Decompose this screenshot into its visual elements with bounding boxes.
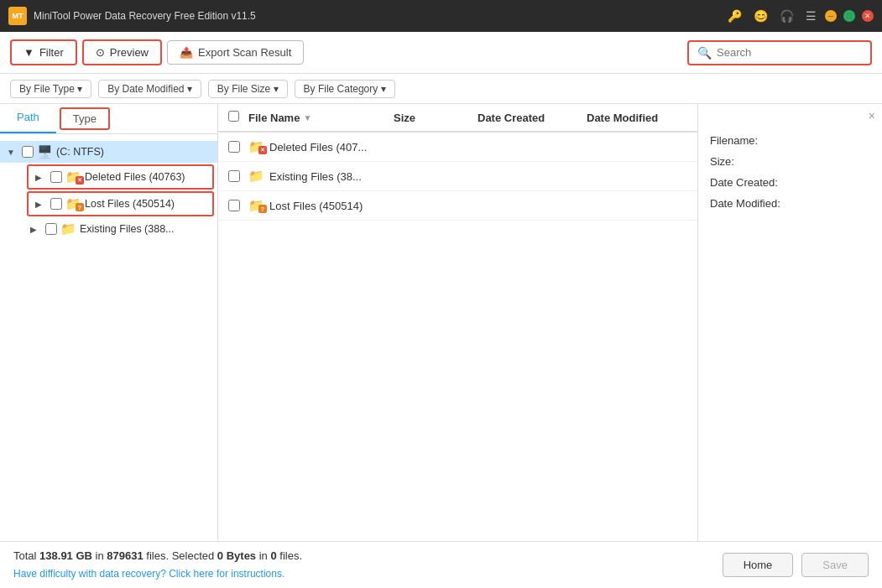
main-content: Path Type ▼ 🖥️ (C: NTFS) ▶ [0,104,882,541]
restore-button[interactable]: □ [843,10,855,22]
preview-icon: ⊙ [96,46,105,59]
col-header-size[interactable]: Size [394,112,478,124]
key-icon[interactable]: 🔑 [728,9,742,23]
headset-icon[interactable]: 🎧 [780,9,794,23]
tab-type[interactable]: Type [60,107,110,130]
tree-children: ▶ 📁 ✕ Deleted Files (40763) ▶ 📁 ? [0,164,217,240]
save-button[interactable]: Save [801,553,869,577]
window-controls: ─ □ ✕ [825,10,874,22]
home-button[interactable]: Home [723,553,794,577]
search-icon: 🔍 [697,46,712,60]
table-row-deleted[interactable]: 📁 ✕ Deleted Files (407... [218,133,697,162]
filter-filesize[interactable]: By File Size ▾ [208,80,288,98]
col-header-name[interactable]: File Name ▼ [248,112,394,124]
tree-item-deleted[interactable]: ▶ 📁 ✕ Deleted Files (40763) [27,164,214,190]
status-text: Total 138.91 GB in 879631 files. Selecte… [13,546,723,584]
filter-filecategory[interactable]: By File Category ▾ [295,80,395,98]
preview-panel: × Filename: Size: Date Created: Date Mod… [697,104,882,541]
minimize-button[interactable]: ─ [825,10,837,22]
filter-button[interactable]: ▼ Filter [10,39,77,65]
filter-bar: By File Type ▾ By Date Modified ▾ By Fil… [0,74,882,104]
status-bar: Total 138.91 GB in 879631 files. Selecte… [0,541,882,588]
tree-expand-deleted[interactable]: ▶ [35,173,47,182]
sort-arrow-name: ▼ [303,113,311,122]
title-bar: MT MiniTool Power Data Recovery Free Edi… [0,0,882,32]
tree-checkbox-deleted[interactable] [50,171,62,183]
preview-info: Filename: Size: Date Created: Date Modif… [698,121,882,232]
row-checkbox-deleted[interactable] [228,141,240,153]
row-existing-icon: 📁 [248,169,264,184]
table-row-lost[interactable]: 📁 ? Lost Files (450514) [218,191,697,221]
export-button[interactable]: 📤 Export Scan Result [167,40,304,65]
row-checkbox-existing[interactable] [228,170,240,182]
row-deleted-icon: 📁 ✕ [248,139,264,154]
status-actions: Home Save [723,553,869,577]
existing-folder-icon: 📁 [60,221,76,237]
preview-button[interactable]: ⊙ Preview [82,39,162,65]
close-button[interactable]: ✕ [862,10,874,22]
preview-modified-row: Date Modified: [710,197,870,210]
tree-expand-lost[interactable]: ▶ [35,200,47,209]
table-row-existing[interactable]: 📁 Existing Files (38... [218,162,697,191]
menu-icon[interactable]: ☰ [806,9,817,23]
row-lost-icon: 📁 ? [248,198,264,213]
left-panel: Path Type ▼ 🖥️ (C: NTFS) ▶ [0,104,218,541]
right-panel: File Name ▼ Size Date Created Date Modif… [218,104,697,541]
preview-filename-row: Filename: [710,134,870,147]
filter-datemodified[interactable]: By Date Modified ▾ [98,80,201,98]
tabs: Path Type [0,104,217,134]
drive-icon: 🖥️ [37,144,53,159]
file-table: File Name ▼ Size Date Created Date Modif… [218,104,697,541]
file-tree: ▼ 🖥️ (C: NTFS) ▶ 📁 ✕ Deleted Files (4076… [0,134,217,541]
toolbar: ▼ Filter ⊙ Preview 📤 Export Scan Result … [0,32,882,74]
preview-created-row: Date Created: [710,176,870,189]
tree-item-root[interactable]: ▼ 🖥️ (C: NTFS) [0,141,217,163]
col-header-created[interactable]: Date Created [478,112,587,124]
preview-size-row: Size: [710,155,870,168]
filter-filetype[interactable]: By File Type ▾ [10,80,91,98]
tab-path[interactable]: Path [0,104,56,133]
tree-checkbox-root[interactable] [22,146,34,158]
select-all-checkbox[interactable] [228,111,239,122]
tree-expand-root[interactable]: ▼ [7,148,18,157]
tree-item-existing[interactable]: ▶ 📁 Existing Files (388... [23,218,217,240]
title-bar-icons: 🔑 😊 🎧 ☰ [728,9,817,23]
tree-item-lost[interactable]: ▶ 📁 ? Lost Files (450514) [27,191,214,216]
export-icon: 📤 [180,46,193,59]
tree-expand-existing[interactable]: ▶ [30,225,42,234]
filter-icon: ▼ [23,46,34,59]
face-icon[interactable]: 😊 [754,9,768,23]
lost-folder-icon: 📁 ? [65,196,81,211]
search-input[interactable] [717,46,862,59]
app-logo: MT [8,7,27,25]
tree-checkbox-existing[interactable] [45,223,57,235]
row-checkbox-lost[interactable] [228,200,240,211]
col-header-modified[interactable]: Date Modified [587,112,687,124]
search-box[interactable]: 🔍 [687,40,872,65]
help-link[interactable]: Have difficulty with data recovery? Clic… [13,565,723,584]
tree-checkbox-lost[interactable] [50,198,62,210]
close-preview-button[interactable]: × [869,109,875,122]
table-header: File Name ▼ Size Date Created Date Modif… [218,104,697,133]
app-title: MiniTool Power Data Recovery Free Editio… [34,10,728,22]
deleted-folder-icon: 📁 ✕ [65,169,81,185]
